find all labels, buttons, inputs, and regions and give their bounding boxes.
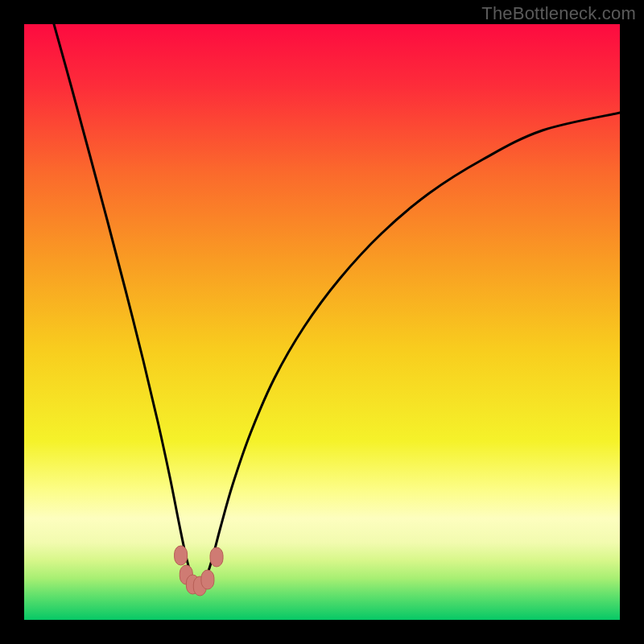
watermark-text: TheBottleneck.com [481,3,636,24]
plot-area [24,24,620,620]
chart-svg [24,24,620,620]
marker [201,570,214,589]
marker [210,547,223,567]
marker [175,546,188,565]
gradient-background [24,24,620,620]
outer-frame: TheBottleneck.com [0,0,644,644]
